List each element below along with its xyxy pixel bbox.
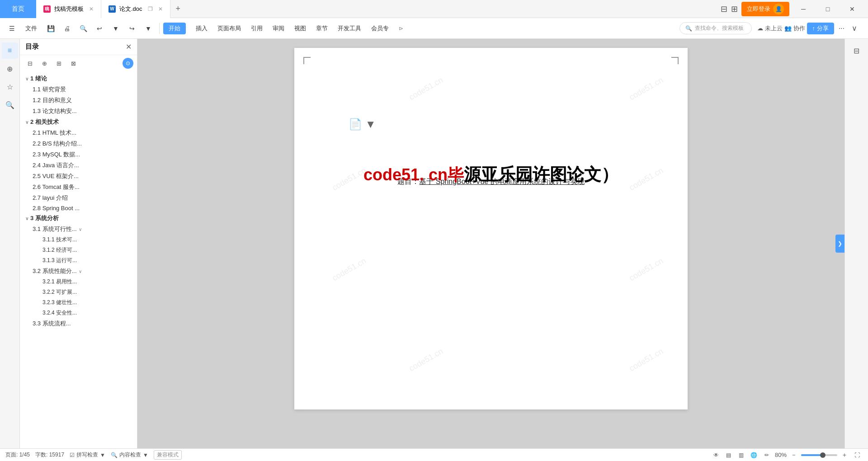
spell-check-arrow: ▼ [100, 452, 105, 458]
doc-icon: 📄 ▼ [349, 118, 376, 131]
toc-item[interactable]: ∨ 2 相关技术 [20, 117, 137, 127]
toc-item[interactable]: 2.5 VUE 框架介... [20, 171, 137, 182]
watermark-6: code51.cn [627, 256, 665, 283]
layout-btn-2[interactable]: ⊞ [731, 4, 738, 14]
menu-file[interactable]: 文件 [21, 22, 42, 35]
tab-doc-restore[interactable]: ❐ [148, 6, 153, 12]
toc-item[interactable]: 3.2.4 安全性... [20, 308, 137, 318]
toc-item[interactable]: ∨ 1 绪论 [20, 73, 137, 84]
doc-area[interactable]: code51.cn code51.cn code51.cn code51.cn … [137, 39, 844, 448]
toolbar-undo-arrow[interactable]: ▼ [108, 21, 123, 36]
status-content[interactable]: 🔍 内容检查 ▼ [111, 451, 148, 459]
sidebar-tool-close-panel[interactable]: ⊠ [67, 57, 80, 70]
toc-item[interactable]: 2.6 Tomcat 服务... [20, 182, 137, 193]
menu-view[interactable]: 视图 [290, 22, 311, 35]
share-button[interactable]: ↑ 分享 [807, 23, 834, 34]
collab-label[interactable]: 协作 [793, 24, 805, 33]
maximize-button[interactable]: □ [817, 0, 838, 18]
toolbar-undo[interactable]: ↩ [92, 21, 107, 36]
toc-item[interactable]: 3.2.2 可扩展... [20, 287, 137, 297]
tab-doc-label: 论文.doc [119, 5, 142, 13]
view-btn-focus[interactable]: ✏ [761, 451, 772, 460]
minimize-button[interactable]: ─ [793, 0, 814, 18]
toc-item[interactable]: 2.8 Spring Boot ... [20, 203, 137, 213]
view-btn-read[interactable]: 👁 [711, 451, 722, 460]
left-icon-outline[interactable]: ⊕ [2, 61, 18, 77]
status-spell[interactable]: ☑ 拼写检查 ▼ [70, 451, 105, 459]
view-btn-web[interactable]: 🌐 [749, 451, 760, 460]
left-icon-bookmark[interactable]: ☆ [2, 79, 18, 95]
tab-doc[interactable]: W 论文.doc ❐ ✕ [101, 0, 170, 18]
toolbar-sep-1 [159, 23, 160, 34]
toolbar-icon-file[interactable]: ☰ [5, 21, 19, 36]
menu-member[interactable]: 会员专 [367, 22, 393, 35]
sidebar-tool-expand[interactable]: ⊕ [38, 57, 51, 70]
zoom-out[interactable]: － [789, 451, 798, 460]
sidebar-close[interactable]: ✕ [126, 42, 132, 51]
toc-item[interactable]: 3.1.1 技术可... [20, 235, 137, 245]
zoom-in[interactable]: ＋ [840, 451, 849, 460]
title-overlay-red: code51. cn毕 [363, 164, 464, 186]
toolbar-preview[interactable]: 🔍 [76, 21, 90, 36]
tab-template-close[interactable]: ✕ [89, 6, 94, 12]
menu-more[interactable]: ⊳ [394, 23, 408, 34]
toc-item[interactable]: 3.2.1 易用性... [20, 277, 137, 287]
toc-item[interactable]: 2.2 B/S 结构介绍... [20, 138, 137, 149]
toc-item[interactable]: 2.7 layui 介绍 [20, 193, 137, 203]
more-button[interactable]: ··· [836, 24, 847, 33]
toc-item[interactable]: 1.2 目的和意义 [20, 95, 137, 106]
fullscreen-btn[interactable]: ⛶ [852, 451, 863, 460]
menu-chapter[interactable]: 章节 [311, 22, 332, 35]
tab-doc-close[interactable]: ✕ [158, 6, 163, 12]
menu-pageview[interactable]: 页面布局 [213, 22, 245, 35]
toolbar-save[interactable]: 💾 [43, 21, 58, 36]
menu-review[interactable]: 审阅 [268, 22, 289, 35]
search-box[interactable]: 🔍 查找命令、搜索模板 [679, 22, 752, 34]
tab-template[interactable]: 稿 找稿壳模板 ✕ [36, 0, 101, 18]
sidebar-header: 目录 ✕ [20, 39, 137, 55]
view-btn-multi[interactable]: ▥ [736, 451, 747, 460]
watermark-5: code51.cn [330, 256, 368, 283]
toc-item[interactable]: 3.1.3 运行可... [20, 255, 137, 266]
login-button[interactable]: 立即登录 👤 [741, 2, 789, 16]
spell-check-icon: ☑ [70, 452, 75, 458]
start-button[interactable]: 开始 [163, 23, 186, 34]
right-icon-filter[interactable]: ⊟ [849, 42, 865, 59]
compat-mode[interactable]: 兼容模式 [154, 450, 182, 460]
layout-btn-1[interactable]: ⊟ [721, 4, 727, 14]
toc-item[interactable]: 3.2 系统性能分... ∨ [20, 266, 137, 277]
left-icon-strip: ≡ ⊕ ☆ 🔍 [0, 39, 20, 448]
sidebar-tool-collapse-all[interactable]: ⊟ [24, 57, 36, 70]
left-icon-search[interactable]: 🔍 [2, 97, 18, 113]
zoom-slider[interactable] [801, 454, 837, 456]
menu-insert[interactable]: 插入 [191, 22, 212, 35]
toc-item[interactable]: 3.1.2 经济可... [20, 245, 137, 255]
sidebar-blue-circle[interactable]: ⊙ [123, 58, 133, 69]
toolbar-redo-arrow[interactable]: ▼ [141, 21, 156, 36]
wc-label[interactable]: 未上云 [765, 24, 783, 33]
toolbar-print[interactable]: 🖨 [60, 21, 74, 36]
toc-item[interactable]: 3.1 系统可行性... ∨ [20, 224, 137, 235]
expand-button[interactable]: ∨ [849, 24, 860, 33]
toc-tree: ∨ 1 绪论1.1 研究背景1.2 目的和意义1.3 论文结构安...∨ 2 相… [20, 71, 137, 448]
tab-add[interactable]: + [170, 4, 186, 14]
close-button[interactable]: ✕ [842, 0, 863, 18]
menu-devtools[interactable]: 开发工具 [333, 22, 366, 35]
expand-tab[interactable]: ❯ [835, 235, 844, 253]
word-count: 字数: 15917 [35, 451, 64, 459]
toc-item[interactable]: 1.3 论文结构安... [20, 106, 137, 117]
toc-item[interactable]: 2.3 MySQL 数据... [20, 149, 137, 160]
menu-ref[interactable]: 引用 [246, 22, 267, 35]
toc-item[interactable]: 3.3 系统流程... [20, 318, 137, 329]
left-icon-toc[interactable]: ≡ [2, 42, 18, 59]
toc-item[interactable]: 3.2.3 健壮性... [20, 297, 137, 308]
sidebar-tool-grid[interactable]: ⊞ [52, 57, 65, 70]
toolbar-redo[interactable]: ↪ [125, 21, 139, 36]
toc-item[interactable]: 1.1 研究背景 [20, 84, 137, 95]
tab-home[interactable]: 首页 [0, 0, 36, 18]
toc-item[interactable]: 2.1 HTML 技术... [20, 127, 137, 138]
toc-item[interactable]: ∨ 3 系统分析 [20, 213, 137, 224]
share-icon: ↑ [812, 25, 816, 32]
view-btn-page[interactable]: ▤ [723, 451, 734, 460]
toc-item[interactable]: 2.4 Java 语言介... [20, 160, 137, 171]
